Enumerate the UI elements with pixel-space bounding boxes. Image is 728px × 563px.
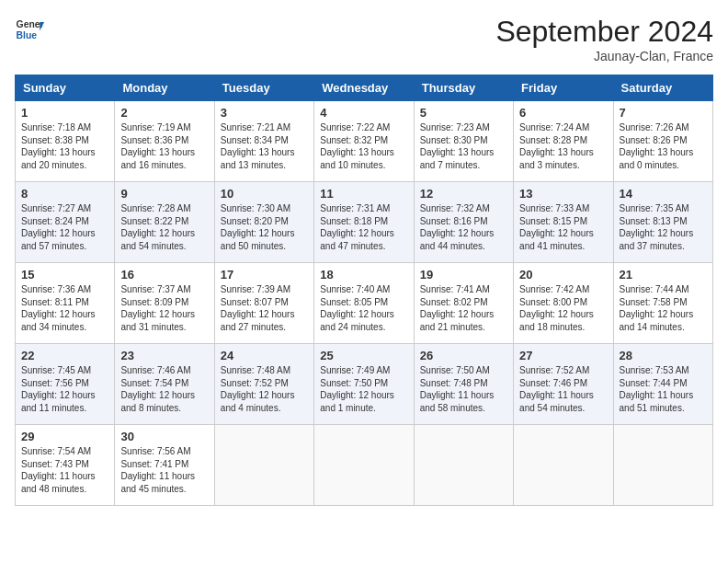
day-info-18: Sunrise: 7:40 AM Sunset: 8:05 PM Dayligh… — [320, 283, 407, 333]
day-info-8: Sunrise: 7:27 AM Sunset: 8:24 PM Dayligh… — [21, 202, 108, 252]
day-info-5: Sunrise: 7:23 AM Sunset: 8:30 PM Dayligh… — [420, 121, 507, 171]
col-saturday: Saturday — [613, 75, 712, 101]
calendar-day-3: 3Sunrise: 7:21 AM Sunset: 8:34 PM Daylig… — [214, 101, 313, 182]
day-info-12: Sunrise: 7:32 AM Sunset: 8:16 PM Dayligh… — [420, 202, 507, 252]
calendar-week-row: 15Sunrise: 7:36 AM Sunset: 8:11 PM Dayli… — [16, 263, 713, 344]
day-number-27: 27 — [519, 349, 607, 362]
calendar-day-11: 11Sunrise: 7:31 AM Sunset: 8:18 PM Dayli… — [314, 182, 414, 263]
day-info-24: Sunrise: 7:48 AM Sunset: 7:52 PM Dayligh… — [221, 364, 308, 414]
logo-icon: General Blue — [15, 15, 44, 44]
day-info-9: Sunrise: 7:28 AM Sunset: 8:22 PM Dayligh… — [120, 202, 208, 252]
day-number-6: 6 — [519, 106, 607, 120]
calendar-day-16: 16Sunrise: 7:37 AM Sunset: 8:09 PM Dayli… — [115, 263, 214, 344]
day-number-30: 30 — [120, 430, 208, 443]
day-info-6: Sunrise: 7:24 AM Sunset: 8:28 PM Dayligh… — [519, 121, 607, 171]
day-info-17: Sunrise: 7:39 AM Sunset: 8:07 PM Dayligh… — [221, 283, 308, 333]
calendar-day-18: 18Sunrise: 7:40 AM Sunset: 8:05 PM Dayli… — [314, 263, 414, 344]
calendar-day-6: 6Sunrise: 7:24 AM Sunset: 8:28 PM Daylig… — [514, 101, 613, 182]
day-info-14: Sunrise: 7:35 AM Sunset: 8:13 PM Dayligh… — [620, 202, 707, 252]
calendar-day-2: 2Sunrise: 7:19 AM Sunset: 8:36 PM Daylig… — [115, 101, 214, 182]
calendar-day-4: 4Sunrise: 7:22 AM Sunset: 8:32 PM Daylig… — [314, 101, 414, 182]
day-number-2: 2 — [120, 106, 208, 120]
day-info-19: Sunrise: 7:41 AM Sunset: 8:02 PM Dayligh… — [420, 283, 507, 333]
calendar-day-10: 10Sunrise: 7:30 AM Sunset: 8:20 PM Dayli… — [214, 182, 313, 263]
day-number-5: 5 — [420, 106, 507, 120]
calendar-day-1: 1Sunrise: 7:18 AM Sunset: 8:38 PM Daylig… — [16, 101, 115, 182]
calendar-week-row: 1Sunrise: 7:18 AM Sunset: 8:38 PM Daylig… — [16, 101, 713, 182]
day-number-11: 11 — [320, 187, 407, 201]
day-number-25: 25 — [320, 349, 407, 362]
calendar-week-row: 22Sunrise: 7:45 AM Sunset: 7:56 PM Dayli… — [16, 344, 713, 425]
day-number-1: 1 — [21, 106, 108, 120]
day-info-1: Sunrise: 7:18 AM Sunset: 8:38 PM Dayligh… — [21, 121, 108, 171]
day-number-3: 3 — [221, 106, 308, 120]
day-info-21: Sunrise: 7:44 AM Sunset: 7:58 PM Dayligh… — [620, 283, 707, 333]
calendar-day-13: 13Sunrise: 7:33 AM Sunset: 8:15 PM Dayli… — [514, 182, 613, 263]
col-sunday: Sunday — [16, 75, 115, 101]
day-info-23: Sunrise: 7:46 AM Sunset: 7:54 PM Dayligh… — [120, 364, 208, 414]
day-number-13: 13 — [519, 187, 607, 201]
day-number-19: 19 — [420, 268, 507, 282]
calendar-day-20: 20Sunrise: 7:42 AM Sunset: 8:00 PM Dayli… — [514, 263, 613, 344]
day-number-8: 8 — [21, 187, 108, 201]
day-info-13: Sunrise: 7:33 AM Sunset: 8:15 PM Dayligh… — [519, 202, 607, 252]
day-info-11: Sunrise: 7:31 AM Sunset: 8:18 PM Dayligh… — [320, 202, 407, 252]
day-info-16: Sunrise: 7:37 AM Sunset: 8:09 PM Dayligh… — [120, 283, 208, 333]
day-number-15: 15 — [21, 268, 108, 282]
day-number-17: 17 — [221, 268, 308, 282]
day-info-7: Sunrise: 7:26 AM Sunset: 8:26 PM Dayligh… — [620, 121, 707, 171]
calendar-empty-cell — [414, 425, 513, 506]
calendar-day-30: 30Sunrise: 7:56 AM Sunset: 7:41 PM Dayli… — [115, 425, 214, 506]
day-info-10: Sunrise: 7:30 AM Sunset: 8:20 PM Dayligh… — [221, 202, 308, 252]
calendar-day-26: 26Sunrise: 7:50 AM Sunset: 7:48 PM Dayli… — [414, 344, 513, 425]
day-info-25: Sunrise: 7:49 AM Sunset: 7:50 PM Dayligh… — [320, 364, 407, 414]
page-header: General Blue September 2024 Jaunay-Clan,… — [15, 15, 713, 63]
calendar-day-12: 12Sunrise: 7:32 AM Sunset: 8:16 PM Dayli… — [414, 182, 513, 263]
calendar-empty-cell — [613, 425, 712, 506]
day-number-4: 4 — [320, 106, 407, 120]
col-tuesday: Tuesday — [214, 75, 313, 101]
calendar-day-7: 7Sunrise: 7:26 AM Sunset: 8:26 PM Daylig… — [613, 101, 712, 182]
title-block: September 2024 Jaunay-Clan, France — [495, 15, 713, 63]
day-number-22: 22 — [21, 349, 108, 362]
day-number-18: 18 — [320, 268, 407, 282]
day-number-26: 26 — [420, 349, 507, 362]
day-info-20: Sunrise: 7:42 AM Sunset: 8:00 PM Dayligh… — [519, 283, 607, 333]
calendar-day-29: 29Sunrise: 7:54 AM Sunset: 7:43 PM Dayli… — [16, 425, 115, 506]
col-friday: Friday — [514, 75, 613, 101]
calendar-day-15: 15Sunrise: 7:36 AM Sunset: 8:11 PM Dayli… — [16, 263, 115, 344]
location: Jaunay-Clan, France — [495, 49, 713, 63]
svg-text:Blue: Blue — [17, 30, 38, 40]
calendar-day-21: 21Sunrise: 7:44 AM Sunset: 7:58 PM Dayli… — [613, 263, 712, 344]
day-number-10: 10 — [221, 187, 308, 201]
day-info-29: Sunrise: 7:54 AM Sunset: 7:43 PM Dayligh… — [21, 445, 108, 495]
day-info-30: Sunrise: 7:56 AM Sunset: 7:41 PM Dayligh… — [120, 445, 208, 495]
calendar-empty-cell — [214, 425, 313, 506]
day-number-16: 16 — [120, 268, 208, 282]
calendar-day-14: 14Sunrise: 7:35 AM Sunset: 8:13 PM Dayli… — [613, 182, 712, 263]
day-number-7: 7 — [620, 106, 707, 120]
day-number-24: 24 — [221, 349, 308, 362]
col-thursday: Thursday — [414, 75, 513, 101]
day-number-20: 20 — [519, 268, 607, 282]
day-number-28: 28 — [620, 349, 707, 362]
day-number-23: 23 — [120, 349, 208, 362]
day-info-28: Sunrise: 7:53 AM Sunset: 7:44 PM Dayligh… — [620, 364, 707, 414]
day-number-29: 29 — [21, 430, 108, 443]
day-info-15: Sunrise: 7:36 AM Sunset: 8:11 PM Dayligh… — [21, 283, 108, 333]
calendar-day-5: 5Sunrise: 7:23 AM Sunset: 8:30 PM Daylig… — [414, 101, 513, 182]
day-info-3: Sunrise: 7:21 AM Sunset: 8:34 PM Dayligh… — [221, 121, 308, 171]
calendar-week-row: 29Sunrise: 7:54 AM Sunset: 7:43 PM Dayli… — [16, 425, 713, 506]
calendar-day-25: 25Sunrise: 7:49 AM Sunset: 7:50 PM Dayli… — [314, 344, 414, 425]
day-info-27: Sunrise: 7:52 AM Sunset: 7:46 PM Dayligh… — [519, 364, 607, 414]
calendar-day-19: 19Sunrise: 7:41 AM Sunset: 8:02 PM Dayli… — [414, 263, 513, 344]
day-info-26: Sunrise: 7:50 AM Sunset: 7:48 PM Dayligh… — [420, 364, 507, 414]
calendar-week-row: 8Sunrise: 7:27 AM Sunset: 8:24 PM Daylig… — [16, 182, 713, 263]
col-monday: Monday — [115, 75, 214, 101]
calendar-day-28: 28Sunrise: 7:53 AM Sunset: 7:44 PM Dayli… — [613, 344, 712, 425]
day-number-12: 12 — [420, 187, 507, 201]
calendar-day-8: 8Sunrise: 7:27 AM Sunset: 8:24 PM Daylig… — [16, 182, 115, 263]
day-number-21: 21 — [620, 268, 707, 282]
calendar-empty-cell — [514, 425, 613, 506]
col-wednesday: Wednesday — [314, 75, 414, 101]
